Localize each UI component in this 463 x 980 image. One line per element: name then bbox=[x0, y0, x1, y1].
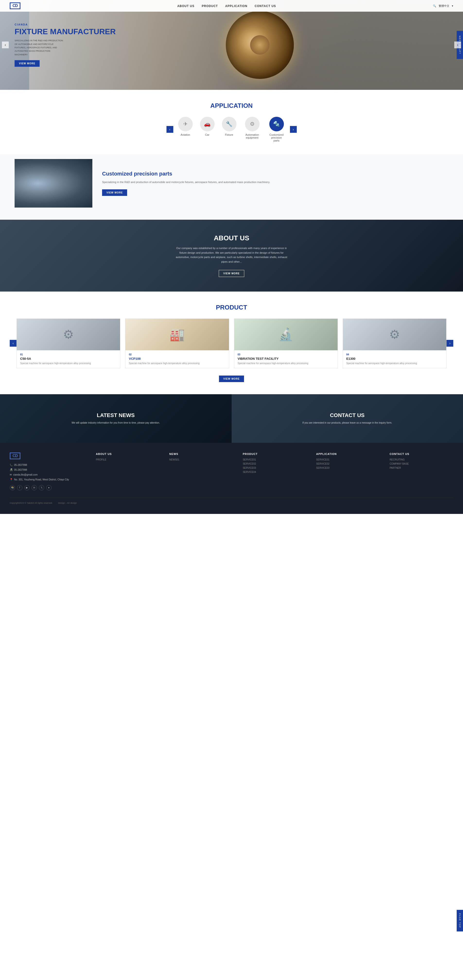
footer-menu-about-list: PROFILE bbox=[96, 458, 160, 461]
nav-contact[interactable]: CONTACT US bbox=[255, 4, 276, 8]
machine-icon-1: ⚙ bbox=[63, 328, 74, 342]
footer-menu-contactus-title: CONTACT US bbox=[390, 452, 453, 455]
customized-title: Customized precision parts bbox=[102, 171, 449, 177]
application-title: APPLICATION bbox=[10, 102, 453, 110]
footer-menu-product-list: SERVICE01 SERVICE02 SERVICE03 SERVICE04 bbox=[243, 458, 307, 473]
app-prev-button[interactable]: ‹ bbox=[166, 126, 173, 133]
product-image-2: 🏭 bbox=[125, 319, 229, 350]
fixture-label: Fixture bbox=[225, 133, 233, 136]
customized-content: Customized precision parts Specializing … bbox=[102, 171, 449, 196]
footer-contact-recruiting[interactable]: RECRUITING bbox=[390, 458, 453, 461]
hero-cta-button[interactable]: VIEW MORE bbox=[14, 60, 40, 67]
product-next-button[interactable]: › bbox=[447, 340, 453, 347]
footer-contact-info: 📞 05-2837998 📠 05-2837998 ✉ cianda.lito@… bbox=[10, 463, 86, 482]
contact-description: If you are interested in our products, p… bbox=[302, 421, 392, 425]
logo[interactable]: CD bbox=[10, 2, 21, 9]
app-item-automation[interactable]: ⚙ Automation equipment bbox=[244, 117, 261, 142]
footer-product-s2[interactable]: SERVICE02 bbox=[243, 463, 307, 465]
fixture-icon: 🔧 bbox=[222, 117, 236, 131]
footer-product-s3[interactable]: SERVICE03 bbox=[243, 466, 307, 469]
footer-app-s3[interactable]: SERVICE03 bbox=[316, 466, 380, 469]
hero-next-button[interactable]: › bbox=[454, 41, 461, 48]
lang-selector[interactable]: 繁體中文 bbox=[439, 4, 449, 8]
footer-email[interactable]: cianda.lito@gmail.com bbox=[13, 473, 38, 477]
product-cta-button[interactable]: VIEW MORE bbox=[219, 375, 244, 382]
news-panel: LATEST NEWS We will update industry info… bbox=[0, 394, 232, 443]
machine-graphic bbox=[14, 159, 93, 208]
product-body-4: 04 E1300 Special machine for aerospace h… bbox=[343, 350, 446, 368]
twitter-icon[interactable]: 𝕏 bbox=[39, 485, 44, 490]
product-prev-button[interactable]: ‹ bbox=[10, 340, 16, 347]
nav-product[interactable]: PRODUCT bbox=[202, 4, 218, 8]
aviation-label: Aviation bbox=[180, 133, 190, 136]
contact-title: CONTACT US bbox=[330, 412, 364, 418]
phone-icon: 📞 bbox=[10, 463, 13, 468]
footer-product-s4[interactable]: SERVICE04 bbox=[243, 471, 307, 473]
other-icon[interactable]: ● bbox=[46, 485, 51, 490]
footer-app-s2[interactable]: SERVICE02 bbox=[316, 463, 380, 465]
nav-links: ABOUT US PRODUCT APPLICATION CONTACT US bbox=[177, 4, 276, 8]
product-name-2[interactable]: VCP108 bbox=[129, 357, 225, 361]
product-image-4: ⚙ bbox=[343, 319, 446, 350]
nav-application[interactable]: APPLICATION bbox=[225, 4, 247, 8]
footer-menu-application-list: SERVICE01 SERVICE02 SERVICE03 bbox=[316, 458, 380, 469]
application-section: APPLICATION ‹ ✈ Aviation 🚗 Car 🔧 Fixture… bbox=[0, 90, 463, 154]
hero-prev-button[interactable]: ‹ bbox=[2, 41, 9, 48]
footer-contact-partner[interactable]: PARTNER bbox=[390, 466, 453, 469]
about-cta-button[interactable]: VIEW MORE bbox=[219, 270, 244, 277]
hero-brand: CIANDA bbox=[14, 23, 116, 26]
product-body-1: 01 C50-5A Special machine for aerospace … bbox=[17, 350, 120, 368]
chevron-down-icon: ▾ bbox=[452, 4, 453, 8]
footer-menu-application-title: APPLICATION bbox=[316, 452, 380, 455]
footer-menu-news-list: NEWS01 bbox=[169, 458, 233, 461]
product-desc-4: Special machine for aerospace high-tempe… bbox=[346, 361, 443, 365]
youtube-icon[interactable]: ▶ bbox=[24, 485, 30, 490]
product-card-4: ⚙ 04 E1300 Special machine for aerospace… bbox=[343, 318, 447, 368]
news-description: We will update industry information for … bbox=[72, 421, 160, 425]
product-name-1[interactable]: C50-5A bbox=[20, 357, 117, 361]
product-name-3[interactable]: VIBRATION TEST FACILITY bbox=[238, 357, 334, 361]
application-title-a: A bbox=[210, 102, 215, 109]
automation-icon: ⚙ bbox=[245, 117, 260, 131]
footer-about-profile[interactable]: PROFILE bbox=[96, 458, 160, 461]
turbine-center bbox=[250, 35, 270, 55]
footer-product-s1[interactable]: SERVICE01 bbox=[243, 458, 307, 461]
product-image-1: ⚙ bbox=[17, 319, 120, 350]
machine-icon-4: ⚙ bbox=[389, 328, 400, 342]
product-card-2: 🏭 02 VCP108 Special machine for aerospac… bbox=[125, 318, 229, 368]
footer-logo[interactable]: CD bbox=[10, 452, 21, 459]
footer-contact-base[interactable]: COMPANY BASE bbox=[390, 463, 453, 465]
product-num-3: 03 bbox=[238, 353, 334, 356]
machine-icon-3: 🔬 bbox=[278, 328, 293, 342]
product-body-3: 03 VIBRATION TEST FACILITY Special machi… bbox=[234, 350, 338, 368]
app-item-fixture[interactable]: 🔧 Fixture bbox=[222, 117, 236, 142]
facebook-icon[interactable]: f bbox=[17, 485, 22, 490]
nav-about[interactable]: ABOUT US bbox=[177, 4, 195, 8]
footer-news-01[interactable]: NEWS01 bbox=[169, 458, 233, 461]
fax-icon: 📠 bbox=[10, 468, 13, 473]
app-next-button[interactable]: › bbox=[290, 126, 297, 133]
app-item-car[interactable]: 🚗 Car bbox=[200, 117, 215, 142]
search-icon[interactable]: 🔍 bbox=[433, 4, 436, 8]
product-image-3: 🔬 bbox=[234, 319, 338, 350]
app-item-customized[interactable]: 🔩 Customized precision parts bbox=[268, 117, 285, 142]
app-item-aviation[interactable]: ✈ Aviation bbox=[178, 117, 193, 142]
customized-image bbox=[14, 159, 93, 208]
product-title: PRODUCT bbox=[10, 304, 453, 311]
footer-menu-product-title: PRODUCT bbox=[243, 452, 307, 455]
news-contact-section: LATEST NEWS We will update industry info… bbox=[0, 394, 463, 443]
linkedin-icon[interactable]: in bbox=[32, 485, 37, 490]
product-desc-2: Special machine for aerospace high-tempe… bbox=[129, 361, 225, 365]
automation-label: Automation equipment bbox=[244, 133, 261, 139]
product-section: PRODUCT ‹ ⚙ 01 C50-5A Special machine fo… bbox=[0, 291, 463, 394]
customized-section: Customized precision parts Specializing … bbox=[0, 154, 463, 220]
turbine-image bbox=[226, 11, 294, 79]
product-carousel: ‹ ⚙ 01 C50-5A Special machine for aerosp… bbox=[10, 318, 453, 368]
footer-menu-product: PRODUCT SERVICE01 SERVICE02 SERVICE03 SE… bbox=[243, 452, 307, 490]
customized-cta-button[interactable]: VIEW MORE bbox=[102, 189, 127, 196]
product-name-4[interactable]: E1300 bbox=[346, 357, 443, 361]
machine-icon-2: 🏭 bbox=[170, 328, 185, 342]
footer-app-s1[interactable]: SERVICE01 bbox=[316, 458, 380, 461]
car-icon: 🚗 bbox=[200, 117, 215, 131]
instagram-icon[interactable]: 📸 bbox=[10, 485, 15, 490]
